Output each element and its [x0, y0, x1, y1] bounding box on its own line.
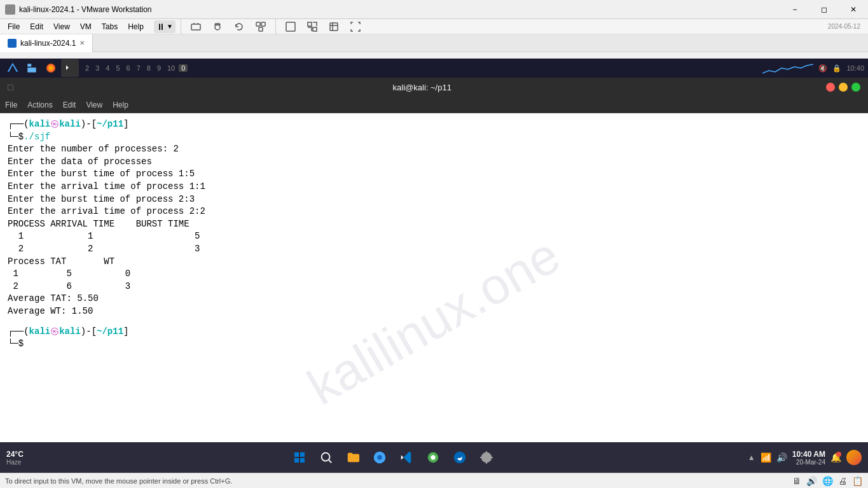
svg-rect-6: [308, 22, 312, 26]
output-line-6: Enter the arrival time of process 2:2: [8, 206, 860, 218]
kali-taskbar: 24°C Haze: [0, 442, 868, 473]
terminal-maximize-button[interactable]: [851, 83, 860, 92]
status-tray-icons: 🖥 🔊 🌐 🖨 📋: [792, 476, 863, 486]
edge-taskbar-button[interactable]: [448, 446, 471, 469]
tab-label: kali-linux-2024.1: [20, 39, 76, 48]
tray-network-icon[interactable]: 🔒: [832, 64, 841, 73]
weather-condition: Haze: [6, 459, 21, 466]
terminal-icon[interactable]: [61, 59, 79, 77]
network-graph-icon: [762, 62, 813, 74]
status-network-icon[interactable]: 🌐: [822, 476, 833, 486]
workspace-numbers: 2 3 4 5 6 7 8 9 10 0: [83, 64, 188, 72]
terminal-window[interactable]: □ kali@kali: ~/p11 File Actions Edit Vie…: [0, 78, 868, 488]
tray-wifi-icon[interactable]: 📶: [761, 452, 771, 463]
svg-point-1: [215, 25, 220, 30]
status-audio-icon[interactable]: 🔊: [806, 476, 817, 486]
notification-badge: [836, 452, 841, 457]
kali-logo-icon[interactable]: [4, 59, 22, 77]
unity-button[interactable]: [303, 17, 322, 36]
color-preview-icon[interactable]: [846, 450, 862, 465]
dropdown-icon[interactable]: ▼: [167, 23, 173, 30]
svg-rect-7: [313, 27, 317, 31]
manage-snapshots-button[interactable]: [251, 17, 270, 36]
output-row-1: 1 1 5: [8, 230, 860, 243]
terminal-menu-view[interactable]: View: [86, 101, 102, 109]
code-taskbar-button[interactable]: [395, 446, 418, 469]
output-line-4: Enter the arrival time of process 1:1: [8, 181, 860, 193]
weather-temp: 24°C: [6, 450, 24, 459]
settings-taskbar-button[interactable]: [422, 446, 444, 469]
tab-close-button[interactable]: ✕: [79, 39, 85, 46]
prompt-cursor-line: └─$: [8, 338, 860, 351]
vmware-window: kali-linux-2024.1 - VMware Workstation −…: [0, 0, 868, 488]
terminal-content[interactable]: kalilinux.one ┌──(kali㉿kali)-[~/p11] └─$…: [0, 113, 868, 488]
output-tat-row-1: 1 5 0: [8, 268, 860, 281]
terminal-title-left: □: [8, 82, 18, 92]
terminal-title: kali@kali: ~/p11: [18, 83, 826, 92]
menu-view[interactable]: View: [48, 19, 75, 34]
terminal-window-controls: [826, 83, 860, 92]
status-print-icon[interactable]: 🖨: [838, 476, 847, 486]
tray-clock: 10:40: [846, 64, 864, 72]
fit-window-button[interactable]: [346, 17, 365, 36]
browser-icon[interactable]: [42, 59, 60, 77]
fit-guest-button[interactable]: [324, 17, 343, 36]
prompt-cmd-line: └─$ ./sjf: [8, 131, 860, 144]
svg-point-13: [322, 453, 330, 461]
window-controls: − ◻ ✕: [780, 0, 868, 19]
terminal-close-button[interactable]: [826, 83, 835, 92]
status-usb-icon[interactable]: 📋: [852, 476, 863, 486]
power-controls[interactable]: ⏸ ▼: [154, 20, 176, 33]
tray-sound-icon[interactable]: 🔇: [818, 64, 827, 73]
minimize-button[interactable]: −: [780, 0, 809, 19]
clock-widget: 10:40 AM 20-Mar-24: [792, 450, 825, 466]
menu-tabs[interactable]: Tabs: [97, 19, 123, 34]
status-display-icon[interactable]: 🖥: [792, 476, 801, 486]
search-taskbar-button[interactable]: [315, 446, 338, 469]
revert-snapshot-button[interactable]: [230, 17, 249, 36]
tray-volume-icon[interactable]: 🔊: [776, 452, 787, 463]
gear-taskbar-button[interactable]: [475, 446, 498, 469]
tray-arrow-icon[interactable]: ▲: [748, 453, 755, 462]
output-tat-row-2: 2 6 3: [8, 281, 860, 293]
vm-tab[interactable]: kali-linux-2024.1 ✕: [0, 34, 93, 52]
vmware-icon: [5, 4, 15, 15]
terminal-menu-edit[interactable]: Edit: [63, 101, 76, 109]
svg-point-17: [431, 455, 435, 459]
svg-rect-2: [256, 22, 260, 26]
output-line-2: Enter the data of processes: [8, 156, 860, 169]
send-ctrlaltdel-button[interactable]: [186, 17, 205, 36]
terminal-title-bar: □ kali@kali: ~/p11: [0, 78, 868, 97]
menu-file[interactable]: File: [3, 19, 25, 34]
taskbar-time: 10:40 AM: [792, 450, 825, 459]
terminal-menu-file[interactable]: File: [5, 101, 17, 109]
close-button[interactable]: ✕: [839, 0, 868, 19]
tab-bar: kali-linux-2024.1 ✕: [0, 34, 868, 52]
taskbar-right-tray: ▲ 📶 🔊 10:40 AM 20-Mar-24 🔔: [741, 450, 868, 466]
toolbar-separator: [181, 19, 181, 34]
terminal-menu-help[interactable]: Help: [113, 101, 128, 109]
browser-taskbar-button[interactable]: [368, 446, 391, 469]
status-message: To direct input to this VM, move the mou…: [5, 477, 232, 485]
prompt-line-1: ┌──(kali㉿kali)-[~/p11]: [8, 118, 860, 131]
terminal-title-icon: □: [8, 82, 13, 92]
files-taskbar-button[interactable]: [341, 446, 364, 469]
vmware-status-bar: To direct input to this VM, move the mou…: [0, 473, 868, 488]
taskbar-date: 20-Mar-24: [796, 459, 825, 466]
menu-vm[interactable]: VM: [75, 19, 97, 34]
notification-area[interactable]: 🔔: [830, 452, 841, 463]
take-snapshot-button[interactable]: [208, 17, 227, 36]
svg-rect-8: [330, 23, 338, 31]
terminal-minimize-button[interactable]: [839, 83, 848, 92]
menu-edit[interactable]: Edit: [25, 19, 48, 34]
fullscreen-button[interactable]: [281, 17, 300, 36]
restore-button[interactable]: ◻: [809, 0, 839, 19]
svg-rect-9: [27, 64, 31, 67]
terminal-menu-actions[interactable]: Actions: [27, 101, 52, 109]
menu-help[interactable]: Help: [123, 19, 149, 34]
taskbar-center-icons: [45, 446, 741, 469]
kali-top-panel: 2 3 4 5 6 7 8 9 10 0 🔇 🔒 10:40: [0, 59, 868, 78]
files-icon[interactable]: [23, 59, 41, 77]
start-button[interactable]: [288, 446, 311, 469]
svg-point-12: [48, 66, 53, 71]
